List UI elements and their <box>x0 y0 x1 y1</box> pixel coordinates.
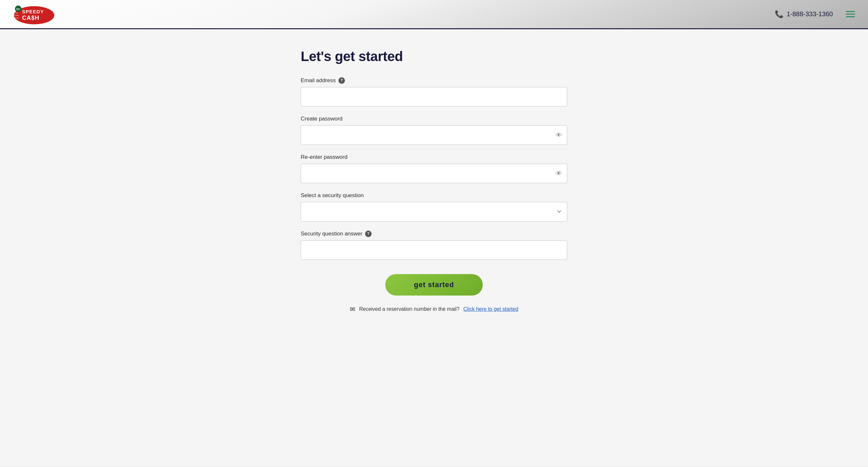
site-header: SPEEDY CA$H SC ® 📞 1-888-333-1360 <box>0 0 868 29</box>
reservation-text: Received a reservation number in the mai… <box>359 306 460 312</box>
reenter-password-input-wrapper: 👁 <box>301 164 567 183</box>
email-label: Email address ? <box>301 77 567 84</box>
password-group: Create password 👁 <box>301 115 567 145</box>
get-started-button[interactable]: get started <box>385 274 483 296</box>
phone-icon: 📞 <box>775 10 783 19</box>
registration-form: Email address ? Create password 👁 <box>301 77 567 313</box>
security-question-group: Select a security question What was the … <box>301 192 567 222</box>
phone-number: 1-888-333-1360 <box>787 10 833 18</box>
reenter-password-toggle-icon[interactable]: 👁 <box>556 170 562 177</box>
svg-text:SPEEDY: SPEEDY <box>22 9 44 14</box>
security-question-select[interactable]: What was the name of your first pet? Wha… <box>301 202 567 222</box>
password-input[interactable] <box>301 125 567 145</box>
password-label: Create password <box>301 115 567 122</box>
menu-button[interactable] <box>846 11 855 17</box>
password-input-wrapper: 👁 <box>301 125 567 145</box>
svg-text:®: ® <box>45 6 48 9</box>
svg-text:SC: SC <box>16 7 21 11</box>
email-input-wrapper <box>301 87 567 106</box>
email-input[interactable] <box>301 87 567 106</box>
security-answer-label: Security question answer ? <box>301 231 567 237</box>
form-container: Let's get started Email address ? Create… <box>301 49 567 440</box>
reservation-link[interactable]: Click here to get started <box>463 306 518 312</box>
security-question-label: Select a security question <box>301 192 567 199</box>
speedy-cash-logo: SPEEDY CA$H SC ® <box>13 3 55 26</box>
security-answer-help-icon[interactable]: ? <box>365 231 372 237</box>
header-right: 📞 1-888-333-1360 <box>775 10 855 19</box>
reenter-password-input[interactable] <box>301 164 567 183</box>
security-answer-input[interactable] <box>301 240 567 260</box>
main-content: Let's get started Email address ? Create… <box>0 29 868 466</box>
phone-area: 📞 1-888-333-1360 <box>775 10 833 19</box>
reenter-password-label: Re-enter password <box>301 154 567 160</box>
security-answer-input-wrapper <box>301 240 567 260</box>
logo-area: SPEEDY CA$H SC ® <box>13 3 55 26</box>
security-answer-group: Security question answer ? <box>301 231 567 260</box>
reenter-password-group: Re-enter password 👁 <box>301 154 567 183</box>
password-toggle-icon[interactable]: 👁 <box>556 132 562 139</box>
email-help-icon[interactable]: ? <box>338 77 345 84</box>
email-group: Email address ? <box>301 77 567 106</box>
page-title: Let's get started <box>301 49 567 64</box>
svg-text:CA$H: CA$H <box>22 14 39 21</box>
mail-icon: ✉ <box>350 305 355 313</box>
reservation-row: ✉ Received a reservation number in the m… <box>301 305 567 313</box>
